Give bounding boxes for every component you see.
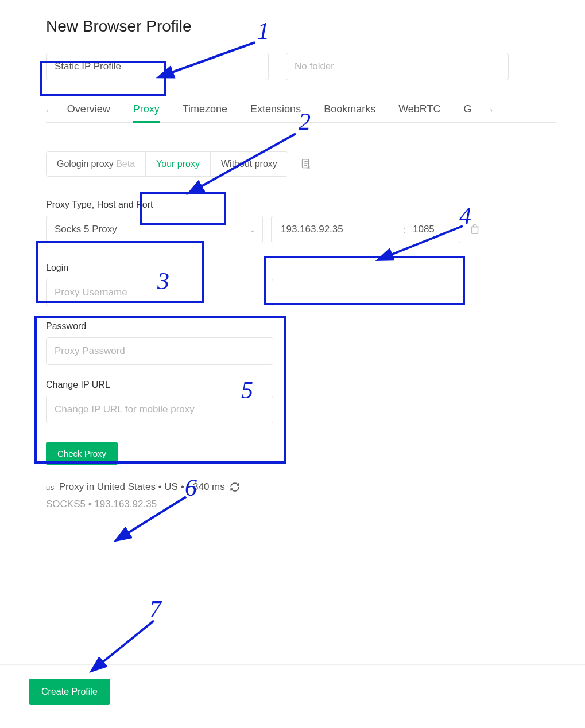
country-flag: us bbox=[46, 483, 55, 492]
proxy-mode-gologin-label: Gologin proxy bbox=[57, 159, 114, 169]
proxy-type-label: Proxy Type, Host and Port bbox=[46, 200, 556, 210]
tab-extensions[interactable]: Extensions bbox=[250, 103, 301, 122]
proxy-type-value[interactable] bbox=[46, 216, 263, 243]
login-label: Login bbox=[46, 263, 556, 273]
proxy-mode-without[interactable]: Without proxy bbox=[210, 152, 288, 176]
password-label: Password bbox=[46, 321, 556, 332]
tab-timezone[interactable]: Timezone bbox=[183, 103, 227, 122]
proxy-status-line1: us Proxy in United States • US • • 340 m… bbox=[46, 481, 556, 493]
bottom-bar: Create Profile bbox=[0, 664, 585, 705]
proxy-type-select[interactable]: ⌄ bbox=[46, 216, 263, 243]
annotation-number-7: 7 bbox=[149, 595, 161, 623]
proxy-mode-segment: Gologin proxy Beta Your proxy Without pr… bbox=[46, 151, 288, 177]
create-profile-button[interactable]: Create Profile bbox=[29, 679, 110, 705]
tab-more[interactable]: G bbox=[464, 103, 472, 122]
tab-bookmarks[interactable]: Bookmarks bbox=[324, 103, 375, 122]
refresh-icon[interactable] bbox=[230, 482, 240, 492]
host-port-separator: : bbox=[398, 225, 412, 235]
proxy-host-input[interactable] bbox=[280, 223, 398, 236]
check-proxy-button[interactable]: Check Proxy bbox=[46, 442, 118, 465]
delete-proxy-icon[interactable] bbox=[468, 223, 481, 236]
svg-rect-1 bbox=[472, 227, 478, 233]
tab-webrtc[interactable]: WebRTC bbox=[398, 103, 440, 122]
page-title: New Browser Profile bbox=[46, 17, 556, 36]
proxy-status-line2: SOCKS5 • 193.163.92.35 bbox=[46, 499, 556, 510]
proxy-mode-your[interactable]: Your proxy bbox=[145, 152, 210, 176]
tabs-scroll-right[interactable]: › bbox=[483, 106, 493, 120]
proxy-host-port: : bbox=[271, 216, 460, 243]
profile-name-input[interactable] bbox=[46, 53, 269, 80]
tabs-scroll-left[interactable]: ‹ bbox=[46, 106, 56, 120]
proxy-port-input[interactable] bbox=[412, 223, 452, 236]
proxy-mode-gologin[interactable]: Gologin proxy Beta bbox=[47, 152, 145, 176]
change-ip-input[interactable] bbox=[46, 396, 273, 423]
change-ip-label: Change IP URL bbox=[46, 380, 556, 390]
paste-proxy-icon[interactable] bbox=[300, 158, 312, 170]
login-input[interactable] bbox=[46, 279, 273, 306]
password-input[interactable] bbox=[46, 337, 273, 365]
svg-line-6 bbox=[100, 621, 154, 664]
folder-input[interactable] bbox=[286, 53, 509, 80]
tab-overview[interactable]: Overview bbox=[67, 103, 110, 122]
proxy-mode-gologin-beta: Beta bbox=[116, 159, 135, 169]
tab-strip: ‹ Overview Proxy Timezone Extensions Boo… bbox=[46, 103, 556, 123]
proxy-status-text: Proxy in United States • US • • 340 ms bbox=[59, 481, 225, 493]
tab-proxy[interactable]: Proxy bbox=[133, 103, 160, 122]
